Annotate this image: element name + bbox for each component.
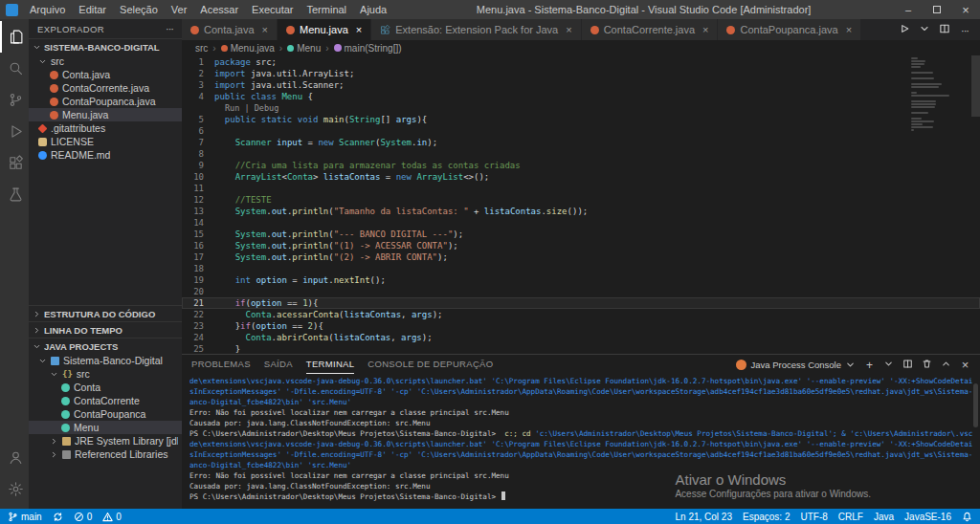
file-readme-md[interactable]: README.md [29,148,182,162]
menu-executar[interactable]: Executar [245,0,300,19]
line-number[interactable]: 25 [182,343,214,354]
java-node-conta[interactable]: Conta [29,381,182,394]
line-number[interactable]: 15 [182,229,214,240]
line-number[interactable]: 21 [182,297,214,309]
split-terminal-button[interactable] [902,356,913,373]
close-tab-button[interactable]: × [702,24,708,35]
line-number[interactable]: 3 [182,79,214,91]
line-number[interactable]: 24 [182,332,214,343]
line-number[interactable]: 8 [182,148,214,160]
menu-terminal[interactable]: Terminal [301,0,354,19]
status-branch[interactable]: main [8,512,42,522]
java-node-referenced-libraries[interactable]: Referenced Libraries [29,448,182,461]
tab-extension-pack-for-java[interactable]: Extensão: Extension Pack for Java× [371,19,581,40]
source-control-activity-button[interactable] [0,84,29,116]
status-language-mode[interactable]: Java [874,512,894,522]
maximize-panel-button[interactable] [941,356,951,373]
tab-contacorrente-java[interactable]: ContaCorrente.java× [582,19,719,40]
status-indentation[interactable]: Espaços: 2 [743,512,790,522]
kill-terminal-button[interactable] [922,356,932,373]
maximize-window-button[interactable] [923,0,951,19]
menu-ajuda[interactable]: Ajuda [353,0,393,19]
tab-conta-java[interactable]: Conta.java× [182,19,278,40]
java-node-contapoupanca[interactable]: ContaPoupanca [29,407,182,421]
close-panel-button[interactable]: × [960,356,970,373]
run-options-dropdown[interactable] [919,21,930,38]
panel-tab-console-de-depuracao[interactable]: CONSOLE DE DEPURAÇÃO [368,355,493,374]
terminal-scrollbar[interactable] [973,383,978,427]
status-problems-errors[interactable]: 0 [74,512,93,522]
menu-selecao[interactable]: Seleção [113,0,165,19]
status-notifications[interactable] [962,512,972,522]
editor-scrollbar[interactable] [971,55,980,117]
line-number[interactable]: 11 [182,183,214,194]
manage-settings-activity-button[interactable] [0,473,29,505]
line-number[interactable] [182,102,214,114]
codelens-debug-link[interactable]: Debug [255,103,279,113]
line-number[interactable]: 5 [182,114,214,125]
minimize-window-button[interactable]: – [894,0,923,19]
line-number[interactable]: 4 [182,91,214,102]
file-gitattributes[interactable]: .gitattributes [29,121,182,135]
line-number[interactable]: 20 [182,286,214,297]
terminal-output[interactable]: de\extensions\vscjava.vscode-java-debug-… [182,374,980,509]
file-contacorrente-java[interactable]: ContaCorrente.java [29,81,182,95]
java-node-contacorrente[interactable]: ContaCorrente [29,394,182,407]
line-number[interactable]: 17 [182,251,214,263]
line-number[interactable]: 9 [182,160,214,171]
timeline-section[interactable]: LINHA DO TEMPO [29,321,182,338]
file-conta-java[interactable]: Conta.java [29,68,182,81]
panel-tab-saida[interactable]: SAÍDA [264,355,293,374]
status-encoding[interactable]: UTF-8 [800,512,827,522]
java-node-sistema-banco-digital[interactable]: Sistema-Banco-Digital [29,354,182,367]
search-activity-button[interactable] [0,53,29,84]
run-java-button[interactable] [899,21,910,38]
status-java-runtime[interactable]: JavaSE-16 [904,512,951,522]
breadcrumb-item-menu-java[interactable]: Menu.java [221,43,275,54]
java-node-jre-system-library-jdk-16-0[interactable]: JRE System Library [jdk-16.0... [29,434,182,448]
file-menu-java[interactable]: Menu.java [29,108,182,121]
code-editor[interactable]: 1package src;2import java.util.ArrayList… [182,55,980,354]
line-number[interactable]: 19 [182,274,214,286]
menu-acessar[interactable]: Acessar [193,0,245,19]
status-problems-warnings[interactable]: 0 [102,512,122,522]
editor-more-actions[interactable]: ··· [959,21,970,38]
menu-editar[interactable]: Editar [72,0,113,19]
close-tab-button[interactable]: × [262,24,268,35]
line-number[interactable]: 10 [182,171,214,183]
panel-tab-problemas[interactable]: PROBLEMAS [191,355,251,374]
workspace-root-section[interactable]: SISTEMA-BANCO-DIGITAL [29,38,182,55]
close-tab-button[interactable]: × [356,24,362,35]
close-window-button[interactable]: × [951,0,980,19]
codelens-run-link[interactable]: Run [225,103,239,113]
line-number[interactable]: 12 [182,194,214,206]
folder-src[interactable]: src [29,55,182,68]
line-number[interactable]: 2 [182,68,214,79]
panel-tab-terminal[interactable]: TERMINAL [306,355,354,374]
java-node-menu[interactable]: Menu [29,421,182,434]
menu-arquivo[interactable]: Arquivo [23,0,72,19]
line-number[interactable]: 18 [182,263,214,274]
testing-activity-button[interactable] [0,179,29,210]
breadcrumb-item-src[interactable]: src [195,43,208,54]
file-contapoupanca-java[interactable]: ContaPoupanca.java [29,95,182,108]
status-eol[interactable]: CRLF [838,512,863,522]
line-number[interactable]: 13 [182,206,214,217]
new-terminal-button[interactable]: + [864,356,875,373]
minimap[interactable] [911,57,969,132]
line-number[interactable]: 7 [182,137,214,148]
java-node-src[interactable]: {}src [29,367,182,381]
menu-ver[interactable]: Ver [165,0,194,19]
extensions-activity-button[interactable] [0,147,29,179]
tab-contapoupanca-java[interactable]: ContaPoupanca.java× [718,19,861,40]
line-number[interactable]: 22 [182,309,214,320]
explorer-activity-button[interactable] [0,21,29,53]
run-and-debug-activity-button[interactable] [0,116,29,147]
line-number[interactable]: 6 [182,125,214,137]
close-tab-button[interactable]: × [846,24,852,35]
line-number[interactable]: 16 [182,240,214,251]
close-tab-button[interactable]: × [566,24,571,35]
breadcrumb-item-menu[interactable]: Menu [287,43,321,54]
status-cursor-position[interactable]: Ln 21, Col 23 [676,512,733,522]
split-editor-button[interactable] [939,21,950,38]
